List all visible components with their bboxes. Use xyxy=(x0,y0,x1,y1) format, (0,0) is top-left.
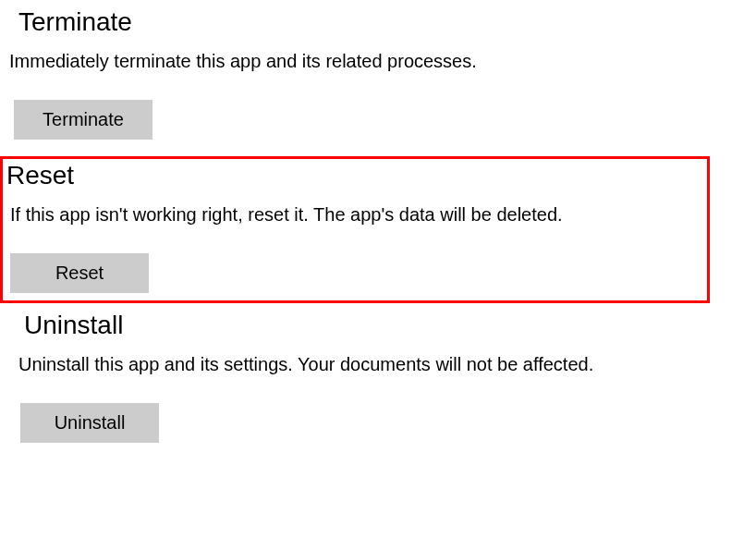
reset-button[interactable]: Reset xyxy=(10,253,149,293)
uninstall-section: Uninstall Uninstall this app and its set… xyxy=(0,311,756,459)
reset-description: If this app isn't working right, reset i… xyxy=(3,202,707,227)
uninstall-button[interactable]: Uninstall xyxy=(20,403,159,443)
reset-heading: Reset xyxy=(3,161,707,190)
uninstall-description: Uninstall this app and its settings. You… xyxy=(9,351,747,377)
terminate-button[interactable]: Terminate xyxy=(14,100,152,140)
reset-highlight-box: Reset If this app isn't working right, r… xyxy=(0,156,710,303)
terminate-description: Immediately terminate this app and its r… xyxy=(9,48,747,74)
terminate-heading: Terminate xyxy=(9,7,747,37)
uninstall-heading: Uninstall xyxy=(9,311,747,340)
terminate-section: Terminate Immediately terminate this app… xyxy=(0,7,756,156)
